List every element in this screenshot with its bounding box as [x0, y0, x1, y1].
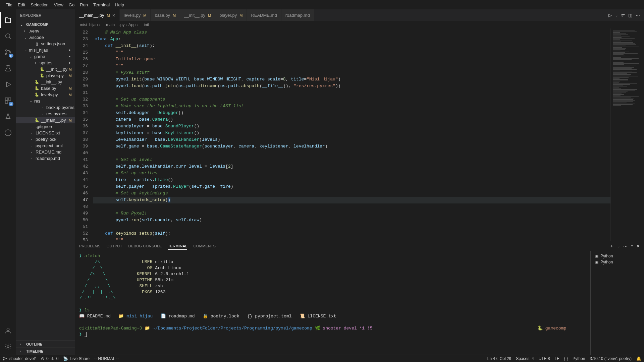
split-editor-icon[interactable]: ◫	[628, 13, 632, 18]
search-icon[interactable]	[0, 28, 16, 44]
extensions-icon[interactable]: 3	[0, 93, 16, 109]
editor-tab[interactable]: __main__.pyM✕	[75, 9, 120, 21]
terminal-dropdown-icon[interactable]: ⌄	[617, 244, 620, 248]
svg-rect-6	[5, 101, 7, 103]
sidebar-folder-title[interactable]: ⌄GAMECOMP	[16, 21, 75, 28]
tree-item[interactable]: ⌄res	[16, 98, 75, 104]
timeline-section[interactable]: ›TIMELINE	[16, 348, 75, 355]
tree-item[interactable]: ·pyproject.toml	[16, 142, 75, 149]
panel-tab-output[interactable]: OUTPUT	[107, 243, 122, 249]
breadcrumb-segment[interactable]: __init__	[139, 22, 153, 27]
tree-item[interactable]: ⌄game•	[16, 53, 75, 60]
tree-item[interactable]: 🐍__init__.py	[16, 79, 75, 85]
branch-indicator[interactable]: shooter_devel*	[3, 356, 36, 361]
run-dropdown-icon[interactable]: ⌄	[615, 13, 618, 17]
editor-tab[interactable]: levels.pyM	[120, 9, 151, 21]
tree-item[interactable]: ·.gitignore	[16, 123, 75, 130]
menu-selection[interactable]: Selection	[28, 1, 51, 9]
account-icon[interactable]	[0, 322, 16, 339]
tree-item[interactable]: ›sprites•	[16, 60, 75, 66]
tree-item[interactable]: {}settings.json	[16, 41, 75, 47]
source-control-icon[interactable]: 5	[0, 44, 16, 60]
editor-tab[interactable]: player.pyM	[215, 9, 247, 21]
indentation[interactable]: Spaces: 4	[516, 356, 534, 361]
liveshare-button[interactable]: 📡Live Share	[63, 356, 89, 361]
editor-tab[interactable]: __init__.pyM	[180, 9, 215, 21]
terminal-instance[interactable]: ▣Python	[593, 253, 641, 259]
testing-icon[interactable]	[0, 60, 16, 76]
menu-help[interactable]: Help	[112, 1, 127, 9]
panel-tab-comments[interactable]: COMMENTS	[193, 243, 216, 249]
brackets-indicator[interactable]: { }	[564, 356, 568, 361]
panel-tab-terminal[interactable]: TERMINAL	[168, 243, 187, 250]
close-panel-icon[interactable]: ✕	[636, 244, 640, 249]
tree-item[interactable]: 🐍base.pyM	[16, 85, 75, 92]
tree-item[interactable]: 🐍player.pyM	[16, 72, 75, 79]
editor-tab[interactable]: base.pyM	[151, 9, 180, 21]
cursor-position[interactable]: Ln 47, Col 29	[487, 356, 511, 361]
editor-more-icon[interactable]: ⋯	[636, 13, 640, 18]
menu-run[interactable]: Run	[77, 1, 91, 9]
breadcrumb-segment[interactable]: misi_hijau	[80, 22, 98, 27]
tree-item[interactable]: ⌄misi_hijau•	[16, 47, 75, 53]
language-mode[interactable]: Python	[573, 356, 585, 361]
panel-tab-debug-console[interactable]: DEBUG CONSOLE	[128, 243, 162, 249]
activitybar: 5 3	[0, 9, 16, 355]
breadcrumb-segment[interactable]: __main__.py	[102, 22, 125, 27]
tree-item[interactable]: ·roadmap.md	[16, 155, 75, 162]
tree-item[interactable]: ·res.pyxres	[16, 111, 75, 117]
diff-icon[interactable]: ⇄	[621, 13, 625, 18]
breadcrumb-segment[interactable]: App	[128, 22, 136, 27]
menu-edit[interactable]: Edit	[15, 1, 28, 9]
svg-rect-5	[8, 98, 10, 100]
maximize-panel-icon[interactable]: ^	[631, 244, 633, 249]
tree-item[interactable]: 🐍levels.pyM	[16, 92, 75, 98]
outline-section[interactable]: ›OUTLINE	[16, 341, 75, 348]
python-interpreter[interactable]: 3.10.10 ('.venv': poetry)	[590, 356, 632, 361]
tree-item[interactable]: 🐍__init__.pyM	[16, 66, 75, 72]
svg-point-7	[5, 130, 11, 136]
statusbar: shooter_devel* ⊘0 ⚠0 📡Live Share -- NORM…	[0, 355, 644, 362]
tree-item[interactable]: 🐍__main__.pyM	[16, 117, 75, 123]
code-editor[interactable]: # Main App classclass App: def __init__(…	[93, 28, 610, 241]
run-file-icon[interactable]: ▷	[608, 13, 612, 18]
menu-view[interactable]: View	[51, 1, 66, 9]
encoding[interactable]: UTF-8	[539, 356, 550, 361]
tree-item[interactable]: ⌄.vscode	[16, 34, 75, 41]
editor-tab[interactable]: roadmap.md	[281, 9, 314, 21]
vim-mode-indicator: -- NORMAL --	[94, 356, 119, 361]
sidebar-more-icon[interactable]: ⋯	[67, 13, 71, 17]
problems-indicator[interactable]: ⊘0 ⚠0	[41, 356, 58, 361]
explorer-icon[interactable]	[0, 12, 16, 28]
panel-tab-problems[interactable]: PROBLEMS	[79, 243, 101, 249]
tree-item[interactable]: ›.venv	[16, 28, 75, 34]
menu-terminal[interactable]: Terminal	[91, 1, 112, 9]
menu-go[interactable]: Go	[66, 1, 77, 9]
terminal-list: ▣Python▣Python	[590, 251, 644, 355]
settings-gear-icon[interactable]	[0, 339, 16, 355]
sidebar-header-label: EXPLORER	[20, 13, 42, 17]
editor-tab[interactable]: README.md	[247, 9, 281, 21]
tree-item[interactable]: ·LICENSE.txt	[16, 130, 75, 136]
github-icon[interactable]	[0, 125, 16, 141]
svg-point-0	[5, 34, 10, 38]
tree-item[interactable]: ·poetry.lock	[16, 136, 75, 142]
close-tab-icon[interactable]: ✕	[112, 13, 115, 18]
terminal-instance[interactable]: ▣Python	[593, 259, 641, 265]
minimap[interactable]	[610, 28, 644, 241]
svg-point-3	[9, 52, 11, 53]
breadcrumb[interactable]: misi_hijau›__main__.py›App›__init__	[75, 21, 644, 28]
run-debug-icon[interactable]	[0, 76, 16, 93]
panel-tabs: PROBLEMSOUTPUTDEBUG CONSOLETERMINALCOMME…	[75, 241, 644, 251]
terminal[interactable]: ❯ afetch /\ USER cikitta / \ OS Arch Lin…	[75, 251, 590, 355]
menu-file[interactable]: File	[3, 1, 15, 9]
tree-item[interactable]: ·README.md	[16, 149, 75, 155]
panel-more-icon[interactable]: ⋯	[623, 244, 628, 249]
bottom-panel: PROBLEMSOUTPUTDEBUG CONSOLETERMINALCOMME…	[75, 241, 644, 355]
menubar: FileEditSelectionViewGoRunTerminalHelp	[0, 0, 644, 9]
tree-item[interactable]: ·backup.pyxres	[16, 104, 75, 111]
new-terminal-icon[interactable]: ＋	[609, 243, 614, 249]
eol[interactable]: LF	[555, 356, 559, 361]
beaker-icon[interactable]	[0, 109, 16, 125]
notifications-icon[interactable]: 🔔	[636, 356, 641, 361]
